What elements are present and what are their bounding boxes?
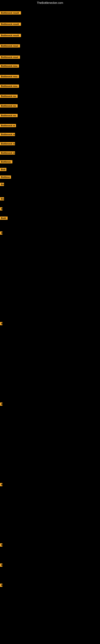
bottleneck-badge[interactable]: B — [0, 564, 2, 567]
bottleneck-badge[interactable]: Bottleneck re — [0, 142, 15, 145]
bottleneck-badge[interactable]: B — [0, 322, 2, 325]
bottleneck-badge[interactable]: B — [0, 232, 2, 235]
bottleneck-badge[interactable]: Bottleneck result — [0, 11, 21, 14]
bottleneck-badge[interactable]: Bottleneck resul — [0, 44, 20, 48]
bottleneck-badge[interactable]: Bottleneck resu — [0, 84, 19, 88]
bottleneck-badge[interactable]: Bottleneck resul — [0, 56, 20, 59]
bottleneck-badge[interactable]: Bo — [0, 183, 4, 186]
bottleneck-badge[interactable]: B — [0, 584, 2, 587]
bottleneck-badge[interactable]: B — [0, 483, 2, 486]
site-title: TheBottlenecker.com — [0, 0, 100, 6]
bottleneck-badge[interactable]: Bo — [0, 197, 4, 200]
bottleneck-badge[interactable]: Bottleneck resu — [0, 75, 19, 78]
bottleneck-badge[interactable]: Bottleneck result — [0, 22, 21, 26]
bottleneck-badge[interactable]: B — [0, 544, 2, 546]
bottleneck-badge[interactable]: Bottleneck res — [0, 94, 18, 98]
bottleneck-badge[interactable]: Bottleneck re — [0, 124, 16, 127]
bottleneck-badge[interactable]: B — [0, 402, 2, 406]
bottleneck-badge[interactable]: Bott — [0, 168, 6, 171]
bottleneck-badge[interactable]: Bottleneck resu — [0, 64, 19, 68]
bottleneck-badge[interactable]: Bottleneck res — [0, 104, 18, 108]
bottleneck-badge[interactable]: Bottleneck res — [0, 114, 18, 117]
bottleneck-badge[interactable]: Bottlene — [0, 176, 11, 179]
bottleneck-badge[interactable]: Bottl — [0, 216, 8, 220]
bottleneck-badge[interactable]: Bottleneck re — [0, 151, 15, 154]
bottleneck-badge[interactable]: B — [0, 207, 2, 210]
bottleneck-badge[interactable]: Bottleneck result — [0, 34, 21, 37]
bottleneck-badge[interactable]: Bottlenec — [0, 160, 12, 164]
bottleneck-badge[interactable]: Bottleneck re — [0, 133, 15, 136]
